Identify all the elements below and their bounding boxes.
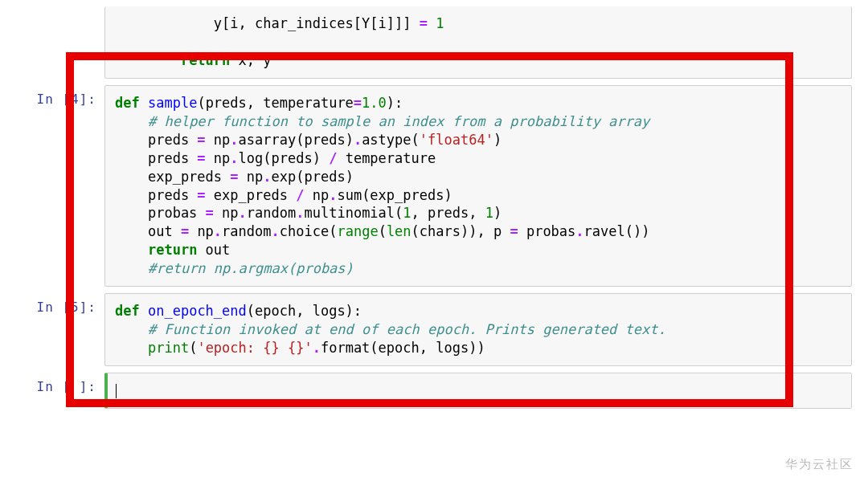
watermark-label: 华为云社区 (785, 457, 854, 472)
code-input-area[interactable]: def on_epoch_end(epoch, logs): # Functio… (104, 293, 852, 366)
cell-prompt (16, 6, 104, 79)
code-content[interactable]: def on_epoch_end(epoch, logs): # Functio… (115, 302, 841, 357)
code-cell-partial[interactable]: y[i, char_indices[Y[i]]] = 1 return x, y (16, 6, 852, 79)
code-input-area[interactable]: def sample(preds, temperature=1.0): # he… (104, 85, 852, 287)
code-content[interactable] (116, 381, 841, 400)
text-cursor-icon (116, 384, 117, 398)
cell-prompt: In [ ]: (16, 373, 104, 409)
notebook: y[i, char_indices[Y[i]]] = 1 return x, y… (0, 6, 868, 431)
code-input-area[interactable] (104, 373, 852, 409)
code-cell-sample[interactable]: In [4]: def sample(preds, temperature=1.… (16, 85, 852, 287)
code-cell-empty-active[interactable]: In [ ]: (16, 373, 852, 409)
code-input-area[interactable]: y[i, char_indices[Y[i]]] = 1 return x, y (104, 6, 852, 79)
cell-prompt: In [5]: (16, 293, 104, 366)
code-cell-onepochend[interactable]: In [5]: def on_epoch_end(epoch, logs): #… (16, 293, 852, 366)
code-content[interactable]: def sample(preds, temperature=1.0): # he… (115, 94, 841, 278)
code-content[interactable]: y[i, char_indices[Y[i]]] = 1 return x, y (115, 14, 841, 70)
cell-prompt: In [4]: (16, 85, 104, 287)
